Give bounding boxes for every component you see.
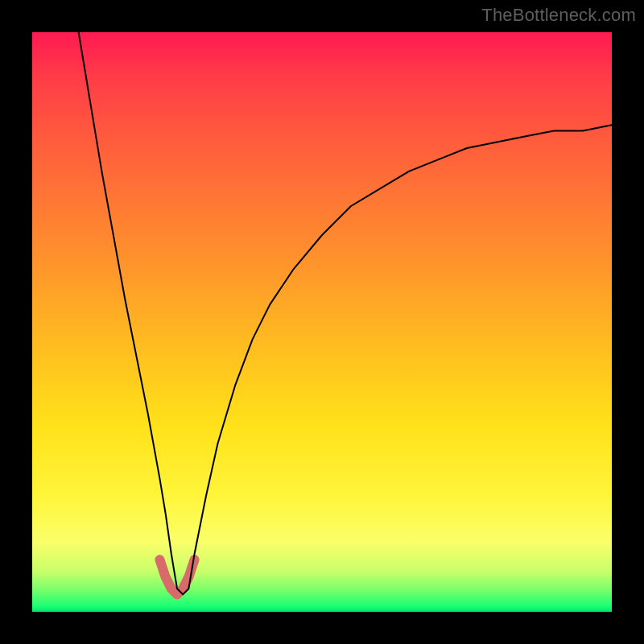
plot-area — [32, 32, 612, 612]
watermark-text: TheBottleneck.com — [481, 5, 636, 26]
chart-svg — [32, 32, 612, 612]
main-curve-path — [79, 32, 612, 594]
chart-frame: TheBottleneck.com — [0, 0, 644, 644]
